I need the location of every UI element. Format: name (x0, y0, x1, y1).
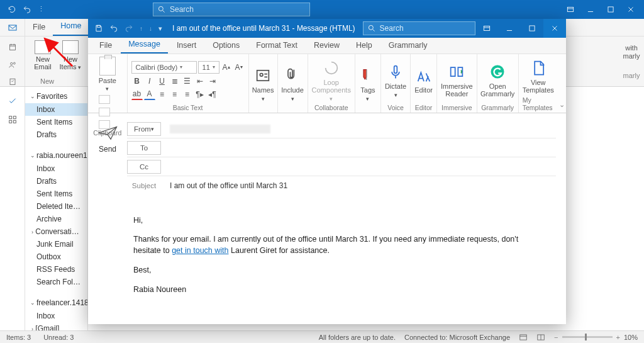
mail-rail-icon[interactable] (0, 19, 25, 36)
shrink-font-icon[interactable]: A▾ (233, 62, 245, 73)
fav-drafts[interactable]: Drafts (25, 128, 87, 141)
account1-header[interactable]: ⌄rabia.noureen15@ (25, 149, 87, 162)
a1-rss[interactable]: RSS Feeds (25, 263, 87, 276)
font-size-combo[interactable]: 11▾ (198, 61, 219, 74)
names-button[interactable]: Names▾ (252, 57, 274, 111)
ctab-options[interactable]: Options (205, 38, 247, 53)
favorites-header[interactable]: ⌄Favorites (25, 89, 87, 103)
highlight-icon[interactable]: ab (131, 89, 143, 100)
immersive-reader-button[interactable]: Immersive Reader (441, 57, 473, 104)
numbering-icon[interactable]: ☰ (182, 76, 193, 87)
compose-maximize-icon[interactable] (521, 19, 543, 38)
ctab-format[interactable]: Format Text (248, 38, 305, 53)
maximize-icon[interactable] (606, 5, 615, 14)
svg-rect-2 (608, 7, 613, 12)
grow-font-icon[interactable]: A▴ (221, 62, 232, 73)
from-button[interactable]: From ▾ (127, 122, 161, 136)
new-items-button[interactable]: New Items ▾ (58, 40, 83, 85)
bold-button[interactable]: B (131, 76, 143, 87)
a1-outbox[interactable]: Outbox (25, 250, 87, 263)
tasks-rail-icon[interactable] (8, 77, 18, 86)
zoom-control[interactable]: −+ 10% (554, 334, 638, 341)
ctab-review[interactable]: Review (306, 38, 347, 53)
include-button[interactable]: Include▾ (281, 57, 303, 111)
more-apps-rail-icon[interactable] (8, 115, 18, 125)
tab-home[interactable]: Home (53, 18, 89, 36)
copy-icon[interactable] (99, 108, 110, 116)
a1-junk[interactable]: Junk Email (25, 238, 87, 250)
compose-search-box[interactable]: Search (363, 21, 475, 35)
basic-text-label: Basic Text (173, 104, 203, 111)
collapse-ribbon-icon[interactable]: ⌄ (558, 54, 566, 113)
rtl-icon[interactable]: ◂¶ (207, 89, 218, 100)
view-normal-icon[interactable] (519, 333, 528, 342)
font-color-icon[interactable]: A (144, 89, 155, 100)
loop-components-button[interactable]: Loop Components▾ (312, 57, 351, 104)
italic-button[interactable]: I (144, 76, 155, 87)
view-reading-icon[interactable] (536, 333, 545, 342)
ribbon-mode-icon[interactable] (566, 5, 575, 14)
a1-drafts[interactable]: Drafts (25, 175, 87, 188)
qat-overflow-icon[interactable]: ⋮ (38, 5, 45, 14)
save-icon[interactable] (94, 24, 103, 33)
cc-button[interactable]: Cc (127, 160, 161, 174)
format-painter-icon[interactable] (99, 120, 110, 129)
a1-sent[interactable]: Sent Items (25, 188, 87, 200)
main-titlebar: ⋮ Search (0, 0, 644, 19)
side-rail (0, 37, 25, 86)
a1-search[interactable]: Search Folders (25, 276, 87, 288)
undo-icon[interactable] (109, 24, 118, 33)
ctab-help[interactable]: Help (348, 38, 380, 53)
font-family-combo[interactable]: Calibri (Body)▾ (131, 61, 197, 74)
close-icon[interactable] (626, 5, 635, 14)
align-center-icon[interactable]: ≡ (169, 89, 180, 100)
view-templates-button[interactable]: View Templates (523, 57, 554, 96)
a1-conversation[interactable]: › Conversation History (25, 225, 87, 238)
align-left-icon[interactable]: ≡ (157, 89, 168, 100)
ribbon-display-icon[interactable] (475, 19, 498, 38)
subject-field[interactable]: I am out of the office until March 31 (170, 181, 556, 190)
send-label: Send (99, 145, 116, 154)
outdent-icon[interactable]: ⇥ (207, 76, 218, 87)
bullets-icon[interactable]: ≣ (169, 76, 180, 87)
dictate-button[interactable]: Dictate▾ (385, 57, 406, 104)
tags-button[interactable]: Tags▾ (359, 57, 377, 111)
ctab-grammarly[interactable]: Grammarly (381, 38, 435, 53)
open-grammarly-button[interactable]: Open Grammarly (480, 57, 514, 104)
a1-deleted[interactable]: Deleted Items (25, 200, 87, 213)
todo-rail-icon[interactable] (8, 96, 18, 106)
qat-more-icon[interactable]: ▾ (158, 25, 162, 33)
svg-point-6 (13, 62, 15, 64)
a1-archive[interactable]: Archive (25, 213, 87, 225)
account2-header[interactable]: ⌄freelancer.14183@ (25, 296, 87, 310)
fav-sent[interactable]: Sent Items (25, 116, 87, 128)
ctab-message[interactable]: Message (121, 37, 168, 53)
people-rail-icon[interactable] (8, 60, 18, 69)
a2-inbox[interactable]: Inbox (25, 310, 87, 322)
ltr-icon[interactable]: ¶▸ (194, 89, 206, 100)
compose-close-icon[interactable] (543, 19, 566, 38)
underline-button[interactable]: U (157, 76, 168, 87)
a2-gmail[interactable]: › [Gmail] (25, 322, 87, 330)
undo-icon[interactable] (23, 5, 31, 14)
compose-minimize-icon[interactable] (498, 19, 521, 38)
get-in-touch-link[interactable]: get in touch with (172, 246, 228, 255)
ctab-file[interactable]: File (92, 38, 119, 53)
calendar-rail-icon[interactable] (8, 43, 18, 52)
tab-file[interactable]: File (25, 19, 53, 36)
minimize-icon[interactable] (586, 5, 595, 14)
svg-point-15 (369, 25, 373, 30)
redo-icon[interactable] (125, 24, 133, 33)
paste-button[interactable]: Paste▾ (99, 57, 116, 92)
a1-inbox[interactable]: Inbox (25, 162, 87, 175)
fav-inbox[interactable]: Inbox (25, 103, 87, 116)
main-search-box[interactable]: Search (153, 3, 310, 16)
refresh-icon[interactable] (8, 5, 16, 14)
to-button[interactable]: To (127, 141, 161, 155)
align-right-icon[interactable]: ≡ (182, 89, 193, 100)
cut-icon[interactable] (99, 95, 110, 104)
editor-button[interactable]: Editor (414, 57, 433, 104)
indent-icon[interactable]: ⇤ (194, 76, 206, 87)
message-body[interactable]: Hi, Thanks for your email. I am currentl… (127, 195, 556, 309)
ctab-insert[interactable]: Insert (169, 38, 204, 53)
